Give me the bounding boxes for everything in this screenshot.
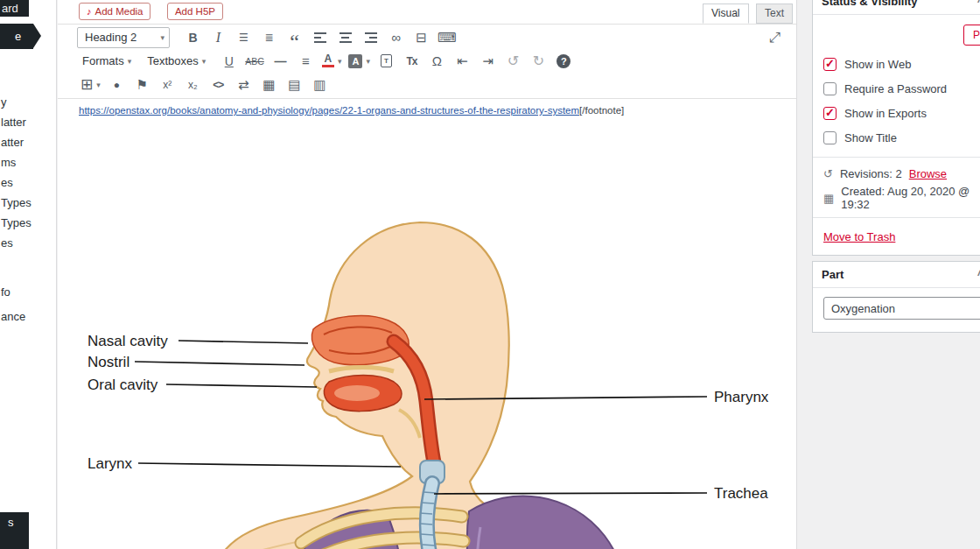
chevron-down-icon: ▾: [160, 33, 164, 42]
grid-icon: ▦: [262, 77, 275, 93]
checkbox-show-in-web[interactable]: Show in Web: [823, 52, 980, 76]
anchor-button[interactable]: ⚑: [131, 74, 153, 95]
background-color-button[interactable]: A▾: [346, 51, 372, 72]
checkbox-label: Show Title: [844, 131, 897, 144]
horizontal-rule-button[interactable]: —: [270, 51, 291, 72]
special-character-button[interactable]: Ω: [426, 51, 448, 72]
checkbox-icon[interactable]: [823, 131, 836, 144]
superscript-button[interactable]: x²: [157, 74, 178, 95]
sidebar-collapse-button[interactable]: s: [0, 512, 29, 549]
move-to-trash-link[interactable]: Move to Trash: [823, 230, 895, 243]
checkbox-show-in-exports[interactable]: Show in Exports: [823, 101, 980, 125]
clear-formatting-button[interactable]: Tx: [401, 51, 423, 72]
bold-button[interactable]: B: [182, 27, 204, 48]
text-direction-button[interactable]: ⇄: [233, 74, 255, 95]
browse-revisions-link[interactable]: Browse: [909, 167, 947, 180]
align-left-icon: [314, 32, 326, 43]
checkbox-require-password[interactable]: Require a Password: [823, 76, 980, 101]
sidebar-submenu-item[interactable]: Types: [1, 196, 32, 210]
sidebar-submenu-item[interactable]: Types: [1, 216, 32, 230]
underline-button[interactable]: U: [218, 51, 240, 72]
align-right-icon: [365, 32, 377, 43]
undo-icon: ↺: [508, 53, 519, 69]
emoji-button[interactable]: ●: [106, 74, 128, 95]
sidebar-submenu-item[interactable]: latter: [1, 116, 26, 130]
figure-label-oral-cavity: Oral cavity: [88, 377, 158, 393]
add-h5p-label: Add H5P: [175, 6, 215, 17]
sidebar-item-dashboard[interactable]: ard: [0, 0, 29, 17]
code-button[interactable]: <>: [207, 74, 229, 95]
preview-button[interactable]: Preview: [963, 25, 980, 46]
spreadsheet-button[interactable]: ▤: [284, 74, 305, 95]
add-h5p-button[interactable]: Add H5P: [167, 3, 223, 20]
sidebar-submenu-item[interactable]: atter: [1, 136, 24, 150]
footnote-link[interactable]: https://openstax.org/books/anatomy-and-p…: [79, 105, 579, 116]
checkbox-label: Require a Password: [844, 82, 947, 95]
sidebar-menu-item[interactable]: fo: [1, 285, 10, 299]
part-panel-title: Part: [822, 268, 844, 281]
sidebar-item-label: es: [1, 236, 13, 250]
sidebar-submenu-item[interactable]: ms: [1, 156, 16, 170]
heading-dropdown[interactable]: Heading 2▾: [77, 27, 170, 48]
italic-button[interactable]: I: [207, 27, 229, 48]
insert-more-button[interactable]: ⊟: [410, 27, 432, 48]
figure-label-nasal-cavity: Nasal cavity: [88, 333, 168, 349]
indent-button[interactable]: ⇥: [477, 51, 499, 72]
sidebar-item-label: ms: [1, 156, 16, 169]
subscript-button[interactable]: x₂: [182, 74, 204, 95]
help-button[interactable]: ?: [553, 51, 575, 72]
part-select-input[interactable]: [823, 297, 980, 320]
strikethrough-button[interactable]: ABC: [243, 51, 266, 72]
sidebar-submenu-item[interactable]: es: [1, 236, 13, 250]
fullscreen-button[interactable]: ⤢: [764, 27, 786, 48]
horizontal-rule-icon: —: [274, 54, 286, 68]
sidebar-item-label: fo: [1, 285, 10, 299]
content-image[interactable]: Nasal cavity Nostril Oral cavity Larynx …: [79, 212, 788, 549]
formats-dropdown[interactable]: Formats▾: [77, 54, 136, 67]
justify-button[interactable]: ≡: [295, 51, 317, 72]
indent-icon: ⇥: [482, 53, 494, 69]
grid-block-button[interactable]: ▦: [258, 74, 280, 95]
textboxes-label: Textboxes: [147, 54, 199, 67]
sidebar-item-label: Types: [1, 216, 32, 229]
keyboard-shortcuts-button[interactable]: ⌨: [436, 27, 458, 48]
columns-button[interactable]: ▥: [309, 74, 331, 95]
sidebar-submenu-item[interactable]: es: [1, 176, 13, 190]
numbered-list-button[interactable]: ≣: [258, 27, 280, 48]
bullet-list-button[interactable]: ☰: [233, 27, 255, 48]
text-color-button[interactable]: A▾: [320, 51, 344, 72]
revisions-icon: ↺: [823, 167, 833, 180]
figure-label-nostril: Nostril: [88, 354, 130, 370]
tab-text[interactable]: Text: [756, 4, 793, 24]
checkbox-icon[interactable]: [823, 58, 836, 71]
sidebar-item-current[interactable]: e: [0, 24, 33, 49]
insert-more-icon: ⊟: [416, 30, 427, 46]
table-icon: ⊞: [80, 75, 93, 94]
editor-column: ♪Add Media Add H5P Visual Text Heading 2…: [58, 0, 797, 549]
toolbar-row-1: Heading 2▾ B I ☰ ≣ “ ∞ ⊟ ⌨ ⤢: [77, 25, 791, 49]
checkbox-icon[interactable]: [823, 82, 836, 95]
part-panel-header[interactable]: Part ^: [813, 262, 980, 288]
status-panel-header[interactable]: Status & Visibility ^: [813, 0, 980, 15]
editor-content-area[interactable]: https://openstax.org/books/anatomy-and-p…: [58, 98, 796, 549]
table-button[interactable]: ⊞▾: [79, 74, 102, 95]
align-center-button[interactable]: [334, 27, 356, 48]
background-color-icon: A: [348, 54, 362, 68]
checkbox-show-title[interactable]: Show Title: [823, 125, 980, 150]
textboxes-dropdown[interactable]: Textboxes▾: [142, 54, 211, 67]
paste-as-text-button[interactable]: T: [375, 51, 397, 72]
align-right-button[interactable]: [360, 27, 382, 48]
sidebar-submenu-item[interactable]: y: [1, 95, 7, 109]
add-media-button[interactable]: ♪Add Media: [79, 3, 150, 20]
blockquote-button[interactable]: “: [284, 27, 305, 48]
align-left-button[interactable]: [309, 27, 331, 48]
heading-dropdown-label: Heading 2: [85, 31, 136, 44]
undo-button[interactable]: ↺: [502, 51, 524, 72]
outdent-button[interactable]: ⇤: [452, 51, 473, 72]
link-button[interactable]: ∞: [385, 27, 407, 48]
sidebar-menu-item[interactable]: ance: [1, 310, 25, 324]
created-row: ▦ Created: Aug 20, 2020 @ 19:32: [823, 186, 980, 210]
checkbox-icon[interactable]: [823, 107, 836, 120]
redo-button[interactable]: ↻: [528, 51, 550, 72]
tab-visual[interactable]: Visual: [703, 4, 748, 24]
